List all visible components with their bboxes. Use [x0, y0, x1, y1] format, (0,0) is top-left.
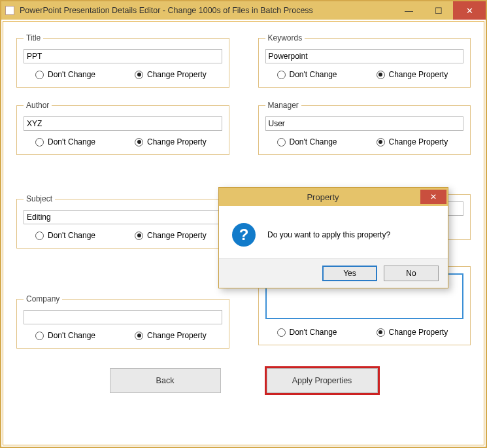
radio-label: Change Property: [147, 231, 207, 240]
keywords-group: Keywords Don't Change Change Property: [258, 33, 471, 88]
author-legend: Author: [24, 101, 52, 110]
radio-label: Don't Change: [290, 70, 337, 79]
author-radio-change[interactable]: Change Property: [135, 137, 207, 146]
manager-group: Manager Don't Change Change Property: [258, 101, 471, 155]
radio-label: Change Property: [389, 137, 448, 146]
dialog-close-button[interactable]: ✕: [420, 190, 446, 204]
radio-label: Don't Change: [290, 328, 337, 337]
window-buttons: — ☐ ✕: [394, 1, 486, 20]
dialog-titlebar[interactable]: Property ✕: [219, 188, 448, 206]
apply-properties-button[interactable]: Apply Properties: [267, 368, 378, 393]
radio-label: Change Property: [389, 328, 448, 337]
radio-label: Don't Change: [48, 231, 95, 240]
manager-input[interactable]: [265, 116, 464, 131]
radio-label: Change Property: [389, 70, 448, 79]
company-legend: Company: [24, 294, 62, 303]
back-button[interactable]: Back: [110, 368, 221, 393]
author-input[interactable]: [24, 116, 222, 131]
dialog-message: Do you want to apply this property?: [267, 230, 390, 239]
question-icon: ?: [232, 223, 256, 247]
author-radio-dont-change[interactable]: Don't Change: [35, 137, 95, 146]
radio-label: Don't Change: [290, 137, 337, 146]
company-radio-change[interactable]: Change Property: [135, 331, 207, 340]
left-column: Title Don't Change Change Property Autho…: [15, 33, 231, 362]
dialog-no-button[interactable]: No: [384, 266, 439, 281]
manager-legend: Manager: [265, 101, 301, 110]
subject-radio-change[interactable]: Change Property: [135, 231, 207, 240]
radio-label: Change Property: [147, 137, 207, 146]
subject-input[interactable]: [24, 210, 222, 224]
title-legend: Title: [24, 33, 43, 43]
keywords-radio-change[interactable]: Change Property: [377, 70, 448, 79]
property-dialog: Property ✕ ? Do you want to apply this p…: [218, 187, 448, 288]
titlebar[interactable]: PowerPoint Presentation Details Editor -…: [1, 1, 486, 20]
subject-legend: Subject: [24, 194, 55, 203]
manager-radio-change[interactable]: Change Property: [377, 137, 448, 146]
minimize-button[interactable]: —: [394, 1, 424, 20]
window-title: PowerPoint Presentation Details Editor -…: [20, 6, 394, 15]
title-input[interactable]: [24, 49, 222, 63]
company-radio-dont-change[interactable]: Don't Change: [35, 331, 95, 340]
bottom-buttons: Back Apply Properties: [15, 368, 472, 393]
keywords-radio-dont-change[interactable]: Don't Change: [277, 70, 337, 79]
title-group: Title Don't Change Change Property: [16, 33, 229, 88]
dialog-yes-button[interactable]: Yes: [322, 266, 377, 281]
keywords-input[interactable]: [265, 49, 464, 63]
main-window: PowerPoint Presentation Details Editor -…: [0, 0, 487, 448]
title-radio-change[interactable]: Change Property: [135, 70, 207, 79]
subject-group: Subject Don't Change Change Property: [16, 194, 229, 249]
close-button[interactable]: ✕: [453, 1, 486, 20]
radio-label: Change Property: [147, 331, 207, 340]
app-icon: [5, 6, 14, 15]
dialog-title: Property: [226, 192, 420, 202]
title-radio-dont-change[interactable]: Don't Change: [35, 70, 95, 79]
radio-label: Don't Change: [48, 137, 95, 146]
radio-label: Don't Change: [48, 331, 95, 340]
company-input[interactable]: [24, 310, 222, 324]
keywords-legend: Keywords: [265, 33, 305, 43]
maximize-button[interactable]: ☐: [424, 1, 453, 20]
company-group: Company Don't Change Change Property: [16, 294, 229, 349]
comments-radio-dont-change[interactable]: Don't Change: [277, 328, 337, 337]
subject-radio-dont-change[interactable]: Don't Change: [35, 231, 95, 240]
manager-radio-dont-change[interactable]: Don't Change: [277, 137, 337, 146]
author-group: Author Don't Change Change Property: [16, 101, 229, 155]
radio-label: Change Property: [147, 70, 207, 79]
radio-label: Don't Change: [48, 70, 95, 79]
comments-radio-change[interactable]: Change Property: [377, 328, 448, 337]
